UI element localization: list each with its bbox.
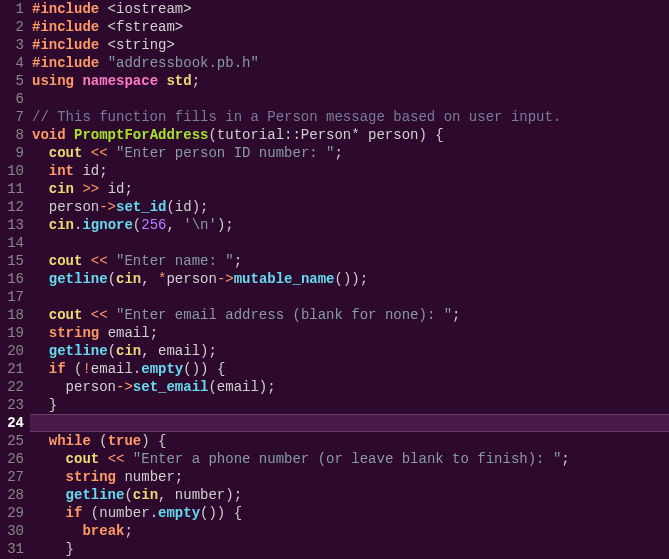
token-punc xyxy=(108,253,116,269)
token-kw: #include xyxy=(32,19,99,35)
line-number: 11 xyxy=(4,180,24,198)
token-punc: person xyxy=(32,199,99,215)
code-line[interactable]: using namespace std; xyxy=(32,72,669,90)
token-punc: } xyxy=(32,541,74,557)
code-line[interactable]: #include "addressbook.pb.h" xyxy=(32,54,669,72)
line-number: 24 xyxy=(4,414,24,432)
code-line[interactable]: #include <iostream> xyxy=(32,0,669,18)
code-line[interactable] xyxy=(32,288,669,306)
line-number: 20 xyxy=(4,342,24,360)
token-punc xyxy=(108,307,116,323)
token-punc: person xyxy=(32,379,116,395)
code-line[interactable]: if (number.empty()) { xyxy=(32,504,669,522)
token-punc xyxy=(32,163,49,179)
token-punc xyxy=(32,469,66,485)
token-punc: ; xyxy=(452,307,460,323)
token-gold: cout xyxy=(49,145,83,161)
code-line[interactable]: // This function fills in a Person messa… xyxy=(32,108,669,126)
token-punc xyxy=(99,451,107,467)
token-punc: , email); xyxy=(141,343,217,359)
code-editor[interactable]: 1234567891011121314151617181920212223242… xyxy=(0,0,669,558)
token-op: << xyxy=(108,451,125,467)
code-line[interactable]: if (!email.empty()) { xyxy=(32,360,669,378)
token-punc: ( xyxy=(108,343,116,359)
line-number: 23 xyxy=(4,396,24,414)
token-punc: ; xyxy=(124,523,132,539)
code-line[interactable]: int id; xyxy=(32,162,669,180)
code-line[interactable]: getline(cin, email); xyxy=(32,342,669,360)
token-punc: , xyxy=(166,217,183,233)
token-punc: email. xyxy=(91,361,141,377)
token-fn: getline xyxy=(49,343,108,359)
token-punc xyxy=(32,271,49,287)
token-gold: cout xyxy=(49,253,83,269)
code-line[interactable]: person->set_email(email); xyxy=(32,378,669,396)
line-number: 4 xyxy=(4,54,24,72)
code-line[interactable] xyxy=(32,234,669,252)
code-line[interactable]: #include <string> xyxy=(32,36,669,54)
code-line[interactable]: cin >> id; xyxy=(32,180,669,198)
code-line[interactable]: cin.ignore(256, '\n'); xyxy=(32,216,669,234)
token-punc: ( xyxy=(133,217,141,233)
code-line[interactable]: cout << "Enter a phone number (or leave … xyxy=(32,450,669,468)
token-str: "addressbook.pb.h" xyxy=(108,55,259,71)
line-number: 10 xyxy=(4,162,24,180)
code-line[interactable]: cout << "Enter name: "; xyxy=(32,252,669,270)
code-line[interactable]: void PromptForAddress(tutorial::Person* … xyxy=(32,126,669,144)
token-cmt: // This function fills in a Person messa… xyxy=(32,109,561,125)
token-punc xyxy=(32,217,49,233)
code-line[interactable]: getline(cin, *person->mutable_name()); xyxy=(32,270,669,288)
token-punc: person xyxy=(166,271,216,287)
code-line[interactable] xyxy=(30,414,669,432)
line-number: 30 xyxy=(4,522,24,540)
code-line[interactable]: } xyxy=(32,396,669,414)
code-line[interactable]: #include <fstream> xyxy=(32,18,669,36)
token-op: << xyxy=(91,307,108,323)
token-id2: fstream xyxy=(116,19,175,35)
code-line[interactable]: person->set_id(id); xyxy=(32,198,669,216)
token-op: >> xyxy=(82,181,99,197)
code-line[interactable]: string number; xyxy=(32,468,669,486)
token-fn: set_email xyxy=(133,379,209,395)
token-punc: < xyxy=(99,19,116,35)
code-line[interactable]: cout << "Enter email address (blank for … xyxy=(32,306,669,324)
token-gold: cin xyxy=(133,487,158,503)
token-fn: empty xyxy=(141,361,183,377)
line-number: 18 xyxy=(4,306,24,324)
token-kw: void xyxy=(32,127,66,143)
token-punc: ( xyxy=(108,271,116,287)
code-line[interactable]: cout << "Enter person ID number: "; xyxy=(32,144,669,162)
line-number: 15 xyxy=(4,252,24,270)
token-fn: getline xyxy=(49,271,108,287)
token-punc xyxy=(32,325,49,341)
token-punc xyxy=(82,253,90,269)
token-punc xyxy=(82,307,90,323)
token-punc xyxy=(32,307,49,323)
token-str: "Enter email address (blank for none): " xyxy=(116,307,452,323)
token-kw: while xyxy=(49,433,91,449)
token-id2: iostream xyxy=(116,1,183,17)
line-number-gutter: 1234567891011121314151617181920212223242… xyxy=(0,0,32,558)
code-line[interactable]: string email; xyxy=(32,324,669,342)
line-number: 9 xyxy=(4,144,24,162)
token-punc: ( xyxy=(124,487,132,503)
token-punc xyxy=(32,487,66,503)
code-area[interactable]: #include <iostream>#include <fstream>#in… xyxy=(32,0,669,558)
code-line[interactable]: getline(cin, number); xyxy=(32,486,669,504)
token-punc: ) { xyxy=(141,433,166,449)
token-fn: ignore xyxy=(82,217,132,233)
token-punc xyxy=(32,433,49,449)
code-line[interactable]: while (true) { xyxy=(32,432,669,450)
token-punc: ; xyxy=(561,451,569,467)
token-punc xyxy=(99,55,107,71)
token-str: "Enter person ID number: " xyxy=(116,145,334,161)
token-kw: int xyxy=(49,163,74,179)
token-fn: mutable_name xyxy=(234,271,335,287)
code-line[interactable]: break; xyxy=(32,522,669,540)
token-punc: ( xyxy=(91,433,108,449)
token-punc: (email); xyxy=(208,379,275,395)
token-num: 256 xyxy=(141,217,166,233)
token-punc xyxy=(32,253,49,269)
code-line[interactable]: } xyxy=(32,540,669,558)
code-line[interactable] xyxy=(32,90,669,108)
